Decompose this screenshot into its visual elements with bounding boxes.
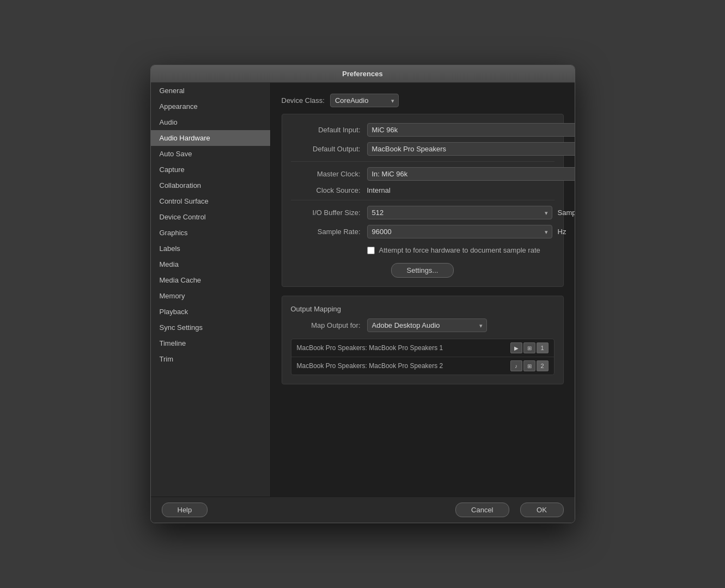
device-class-row: Device Class: CoreAudioASIOWindows Audio xyxy=(282,94,564,107)
clock-source-value: Internal xyxy=(367,186,391,194)
default-input-wrapper: MiC 96kBuilt-in MicrophoneNo Input xyxy=(367,123,575,137)
sidebar-item-device-control[interactable]: Device Control xyxy=(151,209,270,225)
settings-btn-row: Settings... xyxy=(291,263,555,278)
output-row-1: MacBook Pro Speakers: MacBook Pro Speake… xyxy=(291,339,554,357)
default-output-row: Default Output: MacBook Pro SpeakersBuil… xyxy=(291,142,555,156)
device-class-wrapper: CoreAudioASIOWindows Audio xyxy=(330,94,399,107)
default-input-select[interactable]: MiC 96kBuilt-in MicrophoneNo Input xyxy=(367,123,575,137)
default-output-wrapper: MacBook Pro SpeakersBuilt-in OutputMiC 9… xyxy=(367,142,575,156)
force-sample-rate-checkbox-row: Attempt to force hardware to document sa… xyxy=(367,244,540,256)
device-class-label: Device Class: xyxy=(282,96,325,105)
master-clock-label: Master Clock: xyxy=(291,170,367,178)
titlebar: Preferences xyxy=(151,65,575,83)
map-output-wrapper: Adobe Desktop AudioMasterCustom xyxy=(367,318,487,332)
sidebar-item-timeline[interactable]: Timeline xyxy=(151,335,270,351)
sample-rate-select[interactable]: 44100480008820096000192000 xyxy=(367,225,552,238)
default-input-row: Default Input: MiC 96kBuilt-in Microphon… xyxy=(291,123,555,137)
sidebar-item-labels[interactable]: Labels xyxy=(151,241,270,256)
force-sample-rate-label[interactable]: Attempt to force hardware to document sa… xyxy=(379,246,540,254)
default-output-select[interactable]: MacBook Pro SpeakersBuilt-in OutputMiC 9… xyxy=(367,142,575,156)
master-clock-select[interactable]: In: MiC 96kInternal xyxy=(367,167,575,181)
device-class-select[interactable]: CoreAudioASIOWindows Audio xyxy=(330,94,399,107)
sidebar-item-auto-save[interactable]: Auto Save xyxy=(151,146,270,162)
master-clock-row: Master Clock: In: MiC 96kInternal xyxy=(291,167,555,181)
sidebar-item-control-surface[interactable]: Control Surface xyxy=(151,193,270,209)
footer: Help Cancel OK xyxy=(151,497,575,523)
assign-btn-2[interactable]: ⊞ xyxy=(523,360,535,371)
sample-rate-unit: Hz xyxy=(558,228,566,236)
sample-rate-row: Sample Rate: 44100480008820096000192000 … xyxy=(291,225,555,238)
assign-btn-1[interactable]: ⊞ xyxy=(523,342,535,353)
sidebar-item-capture[interactable]: Capture xyxy=(151,162,270,177)
default-output-label: Default Output: xyxy=(291,145,367,153)
ok-button[interactable]: OK xyxy=(520,503,564,517)
sidebar-item-sync-settings[interactable]: Sync Settings xyxy=(151,320,270,335)
sidebar-item-media[interactable]: Media xyxy=(151,256,270,272)
speaker-icon-2[interactable]: ♪ xyxy=(510,360,522,371)
master-clock-wrapper: In: MiC 96kInternal xyxy=(367,167,575,181)
io-buffer-select[interactable]: 12825651210242048 xyxy=(367,206,552,219)
map-output-select[interactable]: Adobe Desktop AudioMasterCustom xyxy=(367,318,487,332)
output-table: MacBook Pro Speakers: MacBook Pro Speake… xyxy=(291,339,555,375)
preferences-window: Preferences GeneralAppearanceAudioAudio … xyxy=(150,65,575,523)
channel-num-2: 2 xyxy=(537,360,549,371)
audio-settings-section: Default Input: MiC 96kBuilt-in Microphon… xyxy=(282,114,564,287)
io-buffer-label: I/O Buffer Size: xyxy=(291,209,367,217)
play-icon-1[interactable]: ▶ xyxy=(510,342,522,353)
sample-rate-label: Sample Rate: xyxy=(291,228,367,236)
output-mapping-section: Output Mapping Map Output for: Adobe Des… xyxy=(282,296,564,384)
sidebar-item-collaboration[interactable]: Collaboration xyxy=(151,177,270,193)
map-output-label: Map Output for: xyxy=(291,321,367,329)
output-row-name-1: MacBook Pro Speakers: MacBook Pro Speake… xyxy=(297,344,510,352)
sidebar-item-appearance[interactable]: Appearance xyxy=(151,99,270,114)
sample-rate-wrapper: 44100480008820096000192000 xyxy=(367,225,552,238)
clock-source-row: Clock Source: Internal xyxy=(291,186,555,194)
cancel-button[interactable]: Cancel xyxy=(455,503,509,517)
force-sample-rate-row: Attempt to force hardware to document sa… xyxy=(291,244,555,256)
map-output-row: Map Output for: Adobe Desktop AudioMaste… xyxy=(291,318,555,332)
sidebar-item-audio[interactable]: Audio xyxy=(151,114,270,130)
output-row-controls-2: ♪⊞2 xyxy=(510,360,549,371)
force-sample-rate-checkbox[interactable] xyxy=(367,247,375,254)
output-row-controls-1: ▶⊞1 xyxy=(510,342,549,353)
sidebar: GeneralAppearanceAudioAudio HardwareAuto… xyxy=(151,83,271,497)
default-input-label: Default Input: xyxy=(291,126,367,134)
output-row-2: MacBook Pro Speakers: MacBook Pro Speake… xyxy=(291,357,554,375)
output-row-name-2: MacBook Pro Speakers: MacBook Pro Speake… xyxy=(297,362,510,370)
channel-num-1: 1 xyxy=(537,342,549,353)
window-title: Preferences xyxy=(342,70,382,78)
io-buffer-row: I/O Buffer Size: 12825651210242048 Sampl… xyxy=(291,206,555,219)
sidebar-item-memory[interactable]: Memory xyxy=(151,288,270,304)
sidebar-item-graphics[interactable]: Graphics xyxy=(151,225,270,241)
settings-button[interactable]: Settings... xyxy=(391,263,454,278)
io-buffer-unit: Samples xyxy=(558,209,575,217)
help-button[interactable]: Help xyxy=(162,503,208,517)
sidebar-item-media-cache[interactable]: Media Cache xyxy=(151,272,270,288)
main-panel: Device Class: CoreAudioASIOWindows Audio… xyxy=(271,83,575,497)
clock-source-label: Clock Source: xyxy=(291,186,367,194)
sidebar-item-trim[interactable]: Trim xyxy=(151,351,270,367)
sidebar-item-general[interactable]: General xyxy=(151,83,270,99)
sidebar-item-playback[interactable]: Playback xyxy=(151,304,270,320)
output-mapping-title: Output Mapping xyxy=(291,305,555,313)
sidebar-item-audio-hardware[interactable]: Audio Hardware xyxy=(151,130,270,146)
io-buffer-wrapper: 12825651210242048 xyxy=(367,206,552,219)
